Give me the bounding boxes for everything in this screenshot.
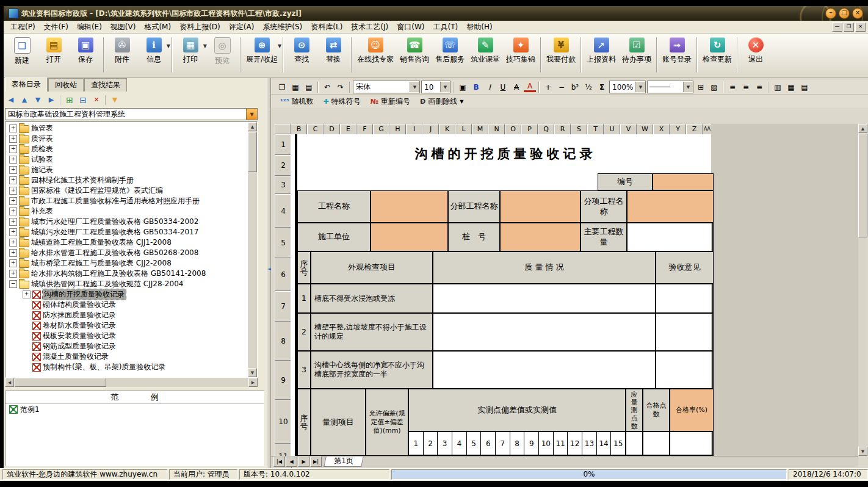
project-name-value-cell[interactable] [371,190,448,223]
expand-plus-icon[interactable] [9,249,17,257]
tree-item[interactable]: 防水抹面质量验收记录 [7,310,257,320]
panel-splitter[interactable] [267,78,271,468]
row-header-cell[interactable]: 8 [275,322,292,361]
point-number-cell[interactable]: 3 [437,432,452,455]
borders-button[interactable]: ⊞ [695,81,707,93]
point-number-cell[interactable]: 14 [596,432,611,455]
visual-item-no-cell[interactable]: 2 [297,313,311,351]
row-header-cell[interactable]: 5 [275,228,292,258]
scrollbar-thumb[interactable] [248,132,257,172]
expand-plus-icon[interactable] [9,270,17,278]
tree-item[interactable]: 卷材防水质量验收记录 [7,320,257,331]
filter-button[interactable] [109,94,121,106]
tree-item[interactable]: 城镇道路工程施工质量验收表格 CJJ1-2008 [7,237,257,248]
open-button[interactable]: ▤打开 [38,36,70,65]
visual-item-text-cell[interactable]: 槽壁平整,边坡坡度不得小于施工设计的规定 [311,313,433,351]
dropdown-arrow-icon[interactable]: ▼ [167,43,170,49]
minimize-button[interactable] [825,8,836,19]
sheet-vertical-scrollbar[interactable]: ▲ ▼ [858,124,867,456]
tree-vertical-scrollbar[interactable]: ▲ ▼ [248,122,257,377]
fill-color-button[interactable]: ▨ [708,81,720,93]
tree-item[interactable]: 试验表 [7,154,257,165]
expand-plus-icon[interactable] [9,228,17,236]
tree-item-open-folder[interactable]: 城镇供热管网工程施工及验收规范 CJJ28-2004 [7,279,257,289]
dropdown-arrow-icon[interactable] [683,82,693,92]
special-symbol-button[interactable]: ✚特殊符号 [319,96,364,108]
item-project-label-cell[interactable]: 分项工程名称 [580,190,627,223]
undo-button[interactable]: ↶ [321,81,333,93]
row-header-cell[interactable]: 7 [275,291,292,322]
expand-plus-icon[interactable] [9,259,17,267]
close-button[interactable] [852,8,863,19]
nav-forward-button[interactable] [45,94,57,106]
dropdown-arrow-icon[interactable] [410,82,419,92]
grid-button[interactable]: ▦ [785,81,797,93]
payment-button[interactable]: ¥我要付款 [543,36,579,65]
qualified-count-value-cell[interactable] [643,431,670,456]
scroll-down-button[interactable]: ▼ [248,368,257,377]
dropdown-arrow-icon[interactable]: ▼ [460,99,463,104]
tree-item[interactable]: 城市污水处理厂工程质量验收表格 GB50334-2002 [7,217,257,227]
menu-item[interactable]: 格式(M) [140,21,175,34]
scroll-left-button[interactable]: ◀ [5,378,14,387]
qualified-count-header-cell[interactable]: 合格点数 [643,389,670,431]
point-number-cell[interactable]: 12 [567,432,582,455]
tab-search-results[interactable]: 查找结果 [84,78,127,92]
acceptance-opinion-header-cell[interactable]: 验收意见 [656,251,714,284]
todo-button[interactable]: ☑待办事项 [619,36,654,65]
classroom-button[interactable]: ✎筑业课堂 [468,36,503,65]
contractor-value-cell[interactable] [371,223,448,251]
strikethrough-button[interactable]: A [510,81,523,93]
tree-horizontal-scrollbar[interactable]: ◀ ▶ [5,378,258,387]
point-number-cell[interactable]: 8 [510,432,524,455]
superscript-button[interactable]: b² [569,81,581,93]
nav-up-button[interactable] [18,94,31,106]
sheet-tab-page1[interactable]: 第1页 [324,456,363,467]
redo-button[interactable]: ↷ [335,81,347,93]
sales-consult-button[interactable]: ☎销售咨询 [397,36,432,65]
item-project-value-cell[interactable] [627,190,714,223]
scrollbar-thumb[interactable] [15,378,106,387]
expand-plus-icon[interactable] [9,145,17,153]
copy-button[interactable]: ❐ [276,81,288,93]
opinion-value-cell[interactable] [656,284,714,313]
measured-values-header-cell[interactable]: 实测点偏差值或实测值 [408,389,626,431]
quality-status-header-cell[interactable]: 质 量 情 况 [433,251,656,284]
stake-label-cell[interactable]: 桩 号 [448,223,500,251]
zoom-select[interactable]: 100% [609,81,646,93]
sheet-corner-cell[interactable] [275,124,291,134]
replace-button[interactable]: ⇄替换 [317,36,349,65]
tree-item[interactable]: 市政工程施工质量验收标准与通用表格对照应用手册 [7,196,257,206]
point-number-cell[interactable]: 1 [409,432,423,455]
freeze-button[interactable]: ▤ [798,81,811,93]
scrollbar-thumb[interactable] [858,134,867,237]
tree-item[interactable]: 砌体结构质量验收记录 [7,300,257,310]
tree-item[interactable]: 质评表 [7,134,257,144]
row-header-cell[interactable]: 4 [275,194,292,228]
measure-project-header-cell[interactable]: 量测项目 [311,389,366,456]
contractor-label-cell[interactable]: 施工单位 [297,223,371,251]
delete-node-button[interactable] [90,94,103,106]
align-center-button[interactable]: ≡ [740,81,752,93]
project-name-label-cell[interactable]: 工程名称 [297,190,371,223]
tree-item[interactable]: 补充表 [7,206,257,217]
mdi-restore-button[interactable] [844,23,854,32]
point-number-cell[interactable]: 4 [452,432,466,455]
tree-item[interactable]: 给水排水管道工程施工及验收表格 GB50268-2008 [7,248,257,258]
subproject-value-cell[interactable] [500,190,580,223]
renumber-button[interactable]: №重新编号 [366,96,414,108]
menu-item[interactable]: 工具(T) [429,21,463,34]
tree-item[interactable]: 城镇污水处理厂工程质量验收表格 GB50334-2017 [7,227,257,237]
tolerance-header-cell[interactable]: 允许偏差(规定值±偏差值)(mm) [366,389,408,456]
table-button[interactable]: ▦ [289,81,302,93]
online-expert-button[interactable]: ☺在线找专家 [354,36,397,65]
tab-recycle-bin[interactable]: 回收站 [48,78,84,92]
dropdown-arrow-icon[interactable] [440,82,450,92]
expand-plus-icon[interactable] [9,239,17,247]
scroll-down-button[interactable]: ▼ [858,447,867,456]
scroll-up-button[interactable]: ▲ [858,124,867,133]
print-button[interactable]: ▦打印▼ [175,36,206,65]
point-number-cell[interactable]: 2 [423,432,438,455]
merge-cells-button[interactable]: ▥ [772,81,784,93]
visual-no-header-cell[interactable]: 序号 [297,251,311,284]
